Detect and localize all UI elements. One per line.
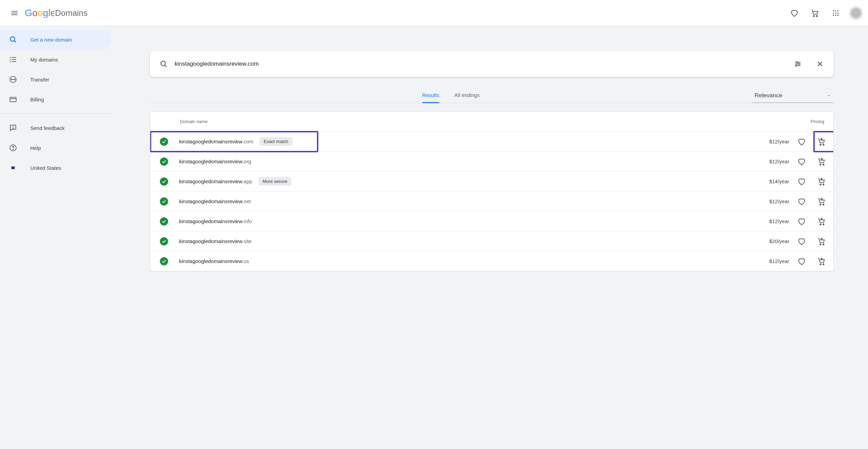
favorite-button[interactable] bbox=[794, 214, 809, 229]
search-icon bbox=[160, 60, 168, 68]
svg-point-56 bbox=[823, 224, 824, 225]
svg-point-2 bbox=[816, 15, 817, 17]
svg-point-60 bbox=[823, 244, 824, 245]
favorite-button[interactable] bbox=[794, 234, 809, 249]
domain-tld: .info bbox=[242, 218, 252, 224]
price-label: $12/year bbox=[769, 139, 789, 144]
domain-name: kinstagoogledomainsreview.info bbox=[179, 218, 252, 224]
sidebar-item-label: Billing bbox=[30, 97, 44, 102]
sidebar-item-help[interactable]: Help bbox=[0, 138, 111, 158]
price-label: $12/year bbox=[769, 198, 789, 204]
domain-search-input[interactable] bbox=[175, 61, 783, 67]
sidebar-item-label: Help bbox=[30, 145, 41, 151]
svg-point-10 bbox=[835, 14, 836, 16]
svg-point-51 bbox=[820, 204, 821, 205]
domain-name: kinstagoogledomainsreview.us bbox=[179, 258, 249, 264]
domain-tld: .site bbox=[242, 238, 252, 244]
favorite-button[interactable] bbox=[794, 154, 809, 169]
svg-point-30 bbox=[796, 62, 798, 63]
add-to-cart-button[interactable] bbox=[814, 194, 829, 209]
sidebar-item-country[interactable]: United States bbox=[0, 158, 111, 178]
column-header-name: Domain name bbox=[180, 119, 762, 124]
svg-point-52 bbox=[823, 204, 824, 205]
search-settings-button[interactable] bbox=[790, 56, 805, 72]
favorites-button[interactable] bbox=[786, 5, 803, 21]
header: Google Domains bbox=[0, 0, 868, 26]
main-content: Results All endings Relevance Domain nam… bbox=[111, 26, 868, 449]
cart-icon bbox=[811, 9, 820, 18]
add-to-cart-button[interactable] bbox=[814, 174, 829, 189]
cart-button[interactable] bbox=[807, 5, 823, 21]
add-to-cart-button[interactable] bbox=[814, 234, 829, 249]
svg-point-1 bbox=[813, 15, 814, 17]
svg-point-40 bbox=[823, 144, 824, 145]
sidebar-divider bbox=[0, 113, 111, 114]
svg-rect-15 bbox=[12, 57, 16, 58]
svg-point-4 bbox=[835, 10, 836, 11]
svg-point-39 bbox=[820, 144, 821, 145]
results-header-row: Domain name Pricing bbox=[150, 112, 833, 132]
available-check-icon bbox=[160, 217, 168, 226]
svg-point-27 bbox=[161, 61, 165, 66]
svg-point-8 bbox=[837, 12, 839, 14]
domain-name: kinstagoogledomainsreview.com bbox=[179, 139, 253, 144]
sidebar-item-my-domains[interactable]: My domains bbox=[0, 50, 111, 69]
price-label: $12/year bbox=[769, 218, 789, 224]
result-row[interactable]: kinstagoogledomainsreview.app More secur… bbox=[150, 172, 833, 191]
transfer-icon bbox=[9, 75, 17, 84]
price-label: $12/year bbox=[769, 158, 789, 164]
sidebar-item-transfer[interactable]: Transfer bbox=[0, 69, 111, 89]
add-to-cart-button[interactable] bbox=[814, 134, 829, 149]
avatar[interactable] bbox=[850, 7, 862, 19]
tab-results[interactable]: Results bbox=[415, 92, 447, 103]
add-to-cart-button[interactable] bbox=[814, 214, 829, 229]
tune-icon bbox=[794, 60, 802, 68]
add-to-cart-button[interactable] bbox=[814, 154, 829, 169]
heart-icon bbox=[790, 9, 799, 18]
favorite-button[interactable] bbox=[794, 194, 809, 209]
logo[interactable]: Google Domains bbox=[25, 8, 88, 18]
clear-search-button[interactable] bbox=[812, 56, 827, 72]
svg-point-3 bbox=[833, 10, 834, 11]
available-check-icon bbox=[160, 237, 168, 245]
svg-point-34 bbox=[795, 65, 797, 66]
domain-search-box bbox=[150, 51, 834, 77]
svg-point-16 bbox=[10, 59, 11, 60]
svg-point-63 bbox=[820, 264, 821, 265]
domain-name: kinstagoogledomainsreview.app bbox=[179, 178, 252, 184]
results-table: Domain name Pricing kinstagoogledomainsr… bbox=[150, 111, 834, 272]
result-row[interactable]: kinstagoogledomainsreview.org $12/year bbox=[150, 152, 833, 172]
sidebar-item-billing[interactable]: Billing bbox=[0, 89, 111, 109]
domain-tld: .org bbox=[242, 158, 251, 164]
list-icon bbox=[9, 55, 17, 64]
apps-grid-icon bbox=[832, 9, 839, 17]
sort-dropdown[interactable]: Relevance bbox=[752, 92, 834, 103]
svg-rect-17 bbox=[12, 59, 16, 60]
credit-card-icon bbox=[9, 95, 17, 103]
add-to-cart-button[interactable] bbox=[814, 254, 829, 269]
available-check-icon bbox=[160, 177, 168, 186]
favorite-button[interactable] bbox=[794, 254, 809, 269]
chevron-down-icon bbox=[827, 94, 831, 98]
hamburger-menu-button[interactable] bbox=[6, 5, 23, 21]
apps-button[interactable] bbox=[827, 5, 844, 21]
domain-tld: .com bbox=[242, 139, 253, 144]
sidebar-item-feedback[interactable]: Send feedback bbox=[0, 118, 111, 138]
menu-icon bbox=[10, 9, 19, 17]
svg-point-6 bbox=[833, 12, 834, 14]
result-row[interactable]: kinstagoogledomainsreview.net $12/year bbox=[150, 191, 833, 211]
svg-point-48 bbox=[823, 184, 824, 185]
result-row[interactable]: kinstagoogledomainsreview.info $12/year bbox=[150, 211, 833, 231]
result-row[interactable]: kinstagoogledomainsreview.us $12/year bbox=[150, 251, 833, 271]
svg-point-9 bbox=[833, 14, 834, 16]
tab-all-endings[interactable]: All endings bbox=[447, 92, 487, 103]
favorite-button[interactable] bbox=[794, 174, 809, 189]
sidebar-item-get-domain[interactable]: Get a new domain bbox=[0, 30, 111, 50]
result-row[interactable]: kinstagoogledomainsreview.com Exact matc… bbox=[150, 132, 833, 152]
feedback-icon bbox=[9, 124, 17, 132]
result-row[interactable]: kinstagoogledomainsreview.site $20/year bbox=[150, 231, 833, 251]
domain-tag: Exact match bbox=[260, 137, 293, 146]
favorite-button[interactable] bbox=[794, 134, 809, 149]
price-label: $14/year bbox=[769, 178, 789, 184]
help-icon bbox=[9, 144, 17, 152]
